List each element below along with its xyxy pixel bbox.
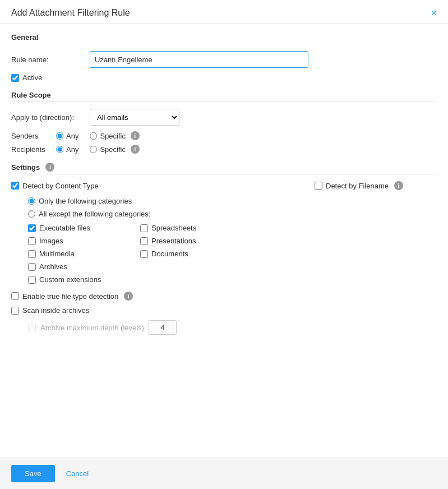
custom-ext-col: Custom extensions (28, 275, 140, 284)
only-following-label[interactable]: Only the following categories (39, 197, 132, 205)
presentations-label[interactable]: Presentations (151, 237, 196, 245)
detect-row: Detect by Content Type Detect by Filenam… (11, 181, 437, 190)
apply-to-label: Apply to (direction): (11, 113, 90, 122)
apply-to-dropdown[interactable]: All emails (90, 109, 179, 126)
cancel-button[interactable]: Cancel (64, 465, 91, 482)
detect-filename-info-icon[interactable]: i (394, 181, 403, 190)
close-button[interactable]: × (431, 8, 437, 18)
detect-content-checkbox[interactable] (11, 182, 19, 190)
archive-depth-label: Archive maximum depth (levels) (40, 324, 144, 332)
spreadsheets-checkbox[interactable] (140, 224, 148, 232)
settings-info-icon[interactable]: i (45, 163, 54, 172)
active-row: Active (11, 73, 437, 82)
images-checkbox[interactable] (28, 237, 36, 245)
general-section-title: General (11, 33, 437, 41)
active-checkbox[interactable] (11, 74, 19, 82)
recipients-specific-option: Specific i (90, 145, 140, 154)
categories-section: Only the following categories All except… (28, 197, 437, 218)
presentations-checkbox[interactable] (140, 237, 148, 245)
senders-label: Senders (11, 132, 56, 140)
cat-row-1: Executable files Spreadsheets (28, 224, 437, 232)
cat-row-5: Custom extensions (28, 275, 437, 284)
enable-true-file-info-icon[interactable]: i (124, 292, 133, 301)
recipients-any-label[interactable]: Any (66, 145, 78, 154)
all-except-row: All except the following categories: (28, 210, 437, 218)
dialog-title: Add Attachment Filtering Rule (11, 8, 130, 18)
dialog-body: General Rule name: Active Rule Scope App… (0, 24, 448, 458)
cat-row-4: Archives (28, 262, 437, 271)
archive-depth-input[interactable] (149, 320, 177, 335)
scan-archives-label[interactable]: Scan inside archives (22, 306, 89, 315)
recipients-any-option: Any (56, 145, 78, 154)
only-following-row: Only the following categories (28, 197, 437, 205)
senders-specific-option: Specific i (90, 131, 140, 140)
categories-grid: Executable files Spreadsheets Images Pre… (28, 224, 437, 284)
archives-label[interactable]: Archives (39, 262, 67, 271)
senders-any-label[interactable]: Any (66, 132, 78, 140)
bottom-options: Enable true file type detection i Scan i… (11, 292, 437, 335)
senders-specific-radio[interactable] (90, 132, 97, 140)
detect-filename-label[interactable]: Detect by Filename (326, 182, 389, 190)
all-except-label[interactable]: All except the following categories: (39, 210, 150, 218)
senders-specific-info-icon[interactable]: i (131, 131, 140, 140)
multimedia-label[interactable]: Multimedia (39, 250, 75, 258)
detect-content-label[interactable]: Detect by Content Type (22, 182, 99, 190)
archives-checkbox[interactable] (28, 263, 36, 271)
settings-divider (11, 174, 437, 174)
custom-extensions-label[interactable]: Custom extensions (39, 275, 101, 284)
scan-archives-checkbox[interactable] (11, 307, 19, 315)
recipients-row: Recipients Any Specific i (11, 145, 437, 154)
recipients-specific-info-icon[interactable]: i (131, 145, 140, 154)
spreadsheets-label[interactable]: Spreadsheets (151, 224, 196, 232)
cat-row-2: Images Presentations (28, 237, 437, 245)
images-col: Images (28, 237, 140, 245)
dialog-header: Add Attachment Filtering Rule × (0, 0, 448, 24)
senders-options: Any Specific i (56, 131, 140, 140)
recipients-any-radio[interactable] (56, 146, 63, 153)
apply-to-row: Apply to (direction): All emails (11, 109, 437, 126)
archives-col: Archives (28, 262, 140, 271)
recipients-specific-label[interactable]: Specific (100, 145, 126, 154)
detect-content-left: Detect by Content Type (11, 182, 99, 190)
rule-scope-divider (11, 102, 437, 102)
senders-specific-label[interactable]: Specific (100, 132, 126, 140)
documents-label[interactable]: Documents (151, 250, 188, 258)
settings-section-title: Settings (11, 163, 40, 172)
recipients-specific-radio[interactable] (90, 146, 97, 153)
archive-depth-checkbox[interactable] (28, 324, 36, 331)
detect-filename-checkbox[interactable] (315, 182, 322, 190)
detect-filename-right: Detect by Filename i (315, 181, 403, 190)
active-label[interactable]: Active (22, 73, 42, 82)
rule-scope-section-title: Rule Scope (11, 91, 437, 99)
executable-label[interactable]: Executable files (39, 224, 90, 232)
rule-name-input[interactable] (90, 51, 308, 68)
multimedia-col: Multimedia (28, 250, 140, 258)
documents-col: Documents (140, 250, 188, 258)
documents-checkbox[interactable] (140, 250, 148, 258)
senders-any-radio[interactable] (56, 132, 63, 140)
archive-depth-row: Archive maximum depth (levels) (28, 320, 437, 335)
all-except-radio[interactable] (28, 210, 35, 218)
general-divider (11, 44, 437, 44)
executable-checkbox[interactable] (28, 224, 36, 232)
enable-true-file-checkbox[interactable] (11, 292, 19, 300)
senders-any-option: Any (56, 132, 78, 140)
images-label[interactable]: Images (39, 237, 63, 245)
spreadsheets-col: Spreadsheets (140, 224, 196, 232)
dialog: Add Attachment Filtering Rule × General … (0, 0, 448, 489)
rule-name-label: Rule name: (11, 56, 90, 64)
scan-archives-row: Scan inside archives (11, 306, 437, 315)
only-following-radio[interactable] (28, 197, 35, 205)
recipients-label: Recipients (11, 145, 56, 154)
senders-row: Senders Any Specific i (11, 131, 437, 140)
save-button[interactable]: Save (11, 465, 55, 482)
rule-name-row: Rule name: (11, 51, 437, 68)
dialog-footer: Save Cancel (0, 458, 448, 489)
multimedia-checkbox[interactable] (28, 250, 36, 258)
recipients-options: Any Specific i (56, 145, 140, 154)
enable-true-file-row: Enable true file type detection i (11, 292, 437, 301)
custom-extensions-checkbox[interactable] (28, 276, 36, 284)
enable-true-file-label[interactable]: Enable true file type detection (22, 292, 118, 301)
executable-col: Executable files (28, 224, 140, 232)
presentations-col: Presentations (140, 237, 196, 245)
